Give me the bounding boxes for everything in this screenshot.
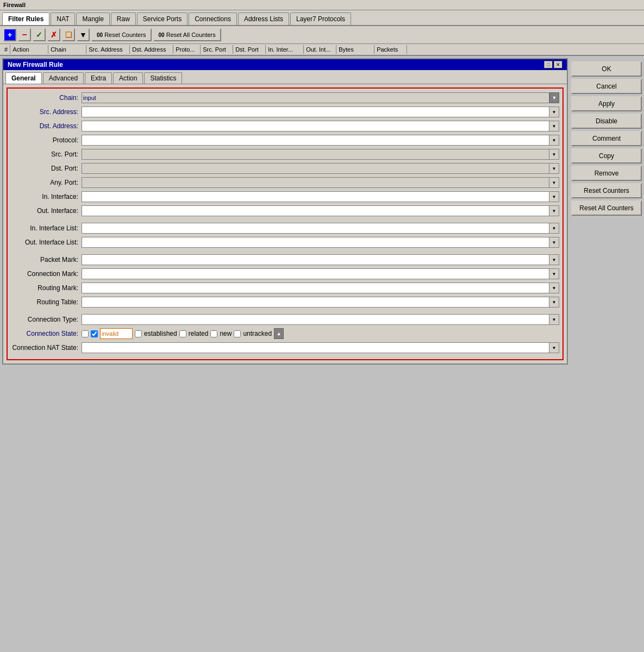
col-header-sport: Src. Port	[201, 45, 233, 54]
dst-address-input[interactable]	[82, 121, 549, 131]
add-button[interactable]: +	[3, 28, 16, 41]
in-interface-list-arrow[interactable]: ▼	[549, 223, 559, 234]
invalid-checkbox[interactable]	[82, 330, 89, 337]
out-interface-list-arrow[interactable]: ▼	[549, 237, 559, 248]
reset-counters-button[interactable]: 00 Reset Counters	[91, 28, 152, 41]
cancel-button[interactable]: Cancel	[571, 79, 642, 94]
connection-mark-wrapper: ▼	[82, 268, 559, 279]
table-header: # Action Chain Src. Address Dst. Address…	[0, 44, 644, 56]
routing-table-input[interactable]	[82, 297, 549, 308]
dialog-close-button[interactable]: ✕	[554, 61, 562, 68]
connection-nat-state-arrow[interactable]: ▼	[549, 342, 559, 353]
tab-extra[interactable]: Extra	[85, 72, 112, 84]
remove-button[interactable]: −	[18, 28, 31, 41]
toolbar: + − ✓ ✗ ❑ ▼ 00 Reset Counters 00 Reset A…	[0, 26, 644, 44]
connection-state-options: established related new untracked ▲	[82, 328, 284, 339]
tab-advanced[interactable]: Advanced	[43, 72, 84, 84]
out-interface-arrow[interactable]: ▼	[549, 205, 559, 216]
in-interface-list-input[interactable]	[82, 223, 549, 234]
reset-counters-side-button[interactable]: Reset Counters	[571, 183, 642, 198]
src-address-row: Src. Address: ▼	[11, 106, 559, 118]
dialog-tab-bar: General Advanced Extra Action Statistics	[3, 70, 567, 84]
cross-button[interactable]: ✗	[47, 28, 60, 41]
dst-port-row: Dst. Port: ▼	[11, 162, 559, 174]
tab-nat[interactable]: NAT	[51, 12, 75, 25]
new-checkbox[interactable]	[210, 330, 217, 337]
untracked-checkbox[interactable]	[234, 330, 241, 337]
col-header-dst: Dst. Address	[130, 45, 173, 54]
in-interface-input[interactable]	[82, 191, 549, 202]
connection-nat-state-input[interactable]	[82, 342, 549, 353]
dst-port-wrapper: ▼	[82, 163, 559, 174]
ok-button[interactable]: OK	[571, 61, 642, 77]
routing-mark-arrow[interactable]: ▼	[549, 283, 559, 293]
tab-filter-rules[interactable]: Filter Rules	[2, 12, 49, 25]
out-interface-wrapper: ▼	[82, 205, 559, 216]
out-interface-input[interactable]	[82, 205, 549, 216]
src-address-arrow[interactable]: ▼	[549, 106, 559, 117]
out-interface-list-row: Out. Interface List: ▼	[11, 236, 559, 248]
in-interface-list-wrapper: ▼	[82, 223, 559, 234]
tab-statistics[interactable]: Statistics	[144, 72, 182, 84]
routing-table-arrow[interactable]: ▼	[549, 297, 559, 308]
reset-all-counters-button[interactable]: 00 Reset All Counters	[153, 28, 221, 41]
in-interface-wrapper: ▼	[82, 191, 559, 202]
chain-label: Chain:	[11, 94, 82, 102]
related-checkbox[interactable]	[179, 330, 186, 337]
connection-mark-input[interactable]	[82, 268, 549, 279]
src-address-input[interactable]	[82, 106, 549, 117]
routing-table-label: Routing Table:	[11, 298, 82, 306]
packet-mark-input[interactable]	[82, 254, 549, 265]
packet-mark-arrow[interactable]: ▼	[549, 254, 559, 265]
check-button[interactable]: ✓	[33, 28, 46, 41]
src-port-input[interactable]	[82, 149, 549, 160]
chain-dropdown-arrow[interactable]: ▼	[549, 92, 559, 103]
connection-state-row: Connection State: established related ne…	[11, 328, 559, 340]
connection-type-input[interactable]	[82, 314, 549, 325]
reset-all-counters-side-button[interactable]: Reset All Counters	[571, 200, 642, 216]
connection-mark-arrow[interactable]: ▼	[549, 268, 559, 279]
main-content: New Firewall Rule □ ✕ General Advanced E…	[0, 56, 644, 367]
src-port-row: Src. Port: ▼	[11, 148, 559, 160]
reset-counters-label: Reset Counters	[104, 32, 146, 38]
protocol-input[interactable]	[82, 135, 549, 146]
copy-button[interactable]: Copy	[571, 148, 642, 164]
remove-button[interactable]: Remove	[571, 166, 642, 181]
connection-nat-state-label: Connection NAT State:	[11, 344, 82, 352]
tab-general[interactable]: General	[5, 72, 42, 84]
out-interface-list-wrapper: ▼	[82, 237, 559, 248]
related-label: related	[189, 330, 209, 337]
tab-layer7[interactable]: Layer7 Protocols	[290, 12, 351, 25]
protocol-arrow[interactable]: ▼	[549, 135, 559, 146]
dst-address-arrow[interactable]: ▼	[549, 121, 559, 131]
connection-type-arrow[interactable]: ▼	[549, 314, 559, 325]
comment-button[interactable]: Comment	[571, 131, 642, 146]
disable-button[interactable]: Disable	[571, 114, 642, 129]
connection-type-wrapper: ▼	[82, 314, 559, 325]
tab-connections[interactable]: Connections	[189, 12, 237, 25]
dst-port-input[interactable]	[82, 163, 549, 174]
in-interface-arrow[interactable]: ▼	[549, 191, 559, 202]
routing-mark-input[interactable]	[82, 283, 549, 293]
routing-table-row: Routing Table: ▼	[11, 296, 559, 308]
chain-select[interactable]: input	[82, 92, 549, 103]
src-port-label: Src. Port:	[11, 151, 82, 158]
dialog-minimize-button[interactable]: □	[544, 61, 553, 68]
in-interface-list-row: In. Interface List: ▼	[11, 222, 559, 234]
tab-action[interactable]: Action	[113, 72, 143, 84]
tab-service-ports[interactable]: Service Ports	[137, 12, 187, 25]
any-port-input[interactable]	[82, 177, 549, 188]
connection-mark-label: Connection Mark:	[11, 270, 82, 278]
apply-button[interactable]: Apply	[571, 96, 642, 111]
invalid-checked-checkbox[interactable]	[91, 330, 98, 337]
established-checkbox[interactable]	[135, 330, 142, 337]
copy-button[interactable]: ❑	[62, 28, 75, 41]
tab-raw[interactable]: Raw	[111, 12, 136, 25]
filter-button[interactable]: ▼	[77, 28, 90, 41]
invalid-input[interactable]	[100, 328, 133, 339]
out-interface-list-input[interactable]	[82, 237, 549, 248]
connection-state-arrow[interactable]: ▲	[274, 328, 284, 339]
tab-mangle[interactable]: Mangle	[76, 12, 109, 25]
tab-address-lists[interactable]: Address Lists	[238, 12, 289, 25]
dialog-title-buttons: □ ✕	[544, 61, 562, 68]
